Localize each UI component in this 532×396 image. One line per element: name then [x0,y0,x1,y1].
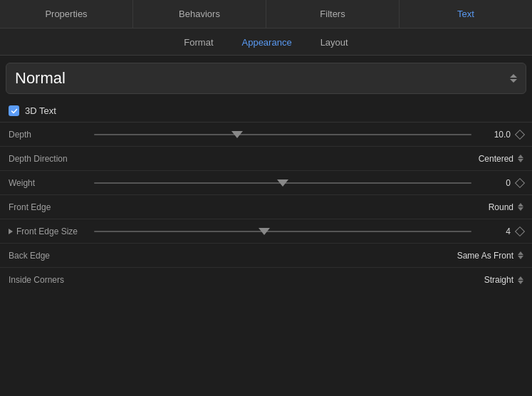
stepper-down-icon [518,159,523,162]
subtab-appearance[interactable]: Appearance [239,36,295,49]
prop-stepper[interactable]: Straight [306,275,524,285]
stepper-down-icon [518,207,523,211]
subtab-format[interactable]: Format [181,36,216,49]
stepper-control[interactable] [518,203,523,211]
chevron-down-icon [510,79,517,83]
dropdown-spinner[interactable] [510,73,517,84]
tab-behaviors[interactable]: Behaviors [133,0,266,28]
keyframe-diamond-icon[interactable] [515,226,525,236]
stepper-up-icon [518,203,523,207]
prop-stepper[interactable]: Centered [306,154,524,164]
stepper-up-icon [518,276,523,280]
slider-area[interactable] [94,231,471,232]
prop-stepper[interactable]: Round [306,202,524,212]
property-row: Front Edge Size4 [0,219,532,244]
stepper-control[interactable] [518,155,523,162]
checkbox-3d-row: 3D Text [0,100,532,123]
prop-value: 4 [479,226,511,236]
stepper-up-icon [518,155,523,158]
prop-stepper-value: Straight [484,275,513,285]
property-row: Weight0 [0,171,532,195]
expand-triangle-icon[interactable] [9,229,13,234]
prop-stepper[interactable]: Same As Front [306,251,524,261]
stepper-control[interactable] [518,276,523,284]
prop-label: Inside Corners [9,275,87,285]
prop-stepper-value: Round [489,202,513,212]
dropdown-value: Normal [15,69,66,88]
slider-area[interactable] [94,134,471,135]
tab-properties[interactable]: Properties [0,0,133,28]
prop-label: Depth Direction [9,154,87,164]
prop-label: Depth [9,130,87,140]
slider-area[interactable] [94,182,471,184]
stepper-down-icon [518,256,523,259]
stepper-control[interactable] [518,251,523,259]
stepper-down-icon [518,281,523,284]
prop-stepper-value: Same As Front [457,251,513,261]
property-row: Back EdgeSame As Front [0,244,532,268]
property-row: Inside CornersStraight [0,268,532,292]
keyframe-diamond-icon[interactable] [515,129,525,139]
slider-thumb[interactable] [277,179,288,187]
slider-thumb[interactable] [231,131,243,138]
prop-label: Front Edge [9,202,87,212]
chevron-up-icon [510,74,517,78]
checkbox-3d-label: 3D Text [25,105,56,116]
slider-track [94,134,471,135]
tab-filters[interactable]: Filters [266,0,400,28]
prop-label: Weight [9,178,87,188]
prop-value: 10.0 [479,130,511,140]
property-row: Depth DirectionCentered [0,147,532,171]
prop-value: 0 [479,178,511,188]
subtab-layout[interactable]: Layout [318,36,351,49]
prop-stepper-value: Centered [479,154,513,164]
stepper-up-icon [518,251,523,255]
prop-label: Front Edge Size [9,226,87,236]
keyframe-diamond-icon[interactable] [515,177,525,187]
slider-thumb[interactable] [259,228,270,235]
slider-track [94,231,471,232]
style-dropdown[interactable]: Normal [6,63,526,94]
checkmark-icon [11,108,18,115]
tab-text[interactable]: Text [400,0,532,28]
checkbox-3d[interactable] [9,105,19,116]
top-tab-bar: Properties Behaviors Filters Text [0,0,532,28]
property-row: Depth10.0 [0,123,532,147]
prop-label: Back Edge [9,251,87,261]
properties-list: Depth10.0Depth DirectionCenteredWeight0F… [0,123,532,292]
property-row: Front EdgeRound [0,195,532,219]
sub-tab-bar: Format Appearance Layout [0,28,532,56]
slider-track [94,182,471,184]
